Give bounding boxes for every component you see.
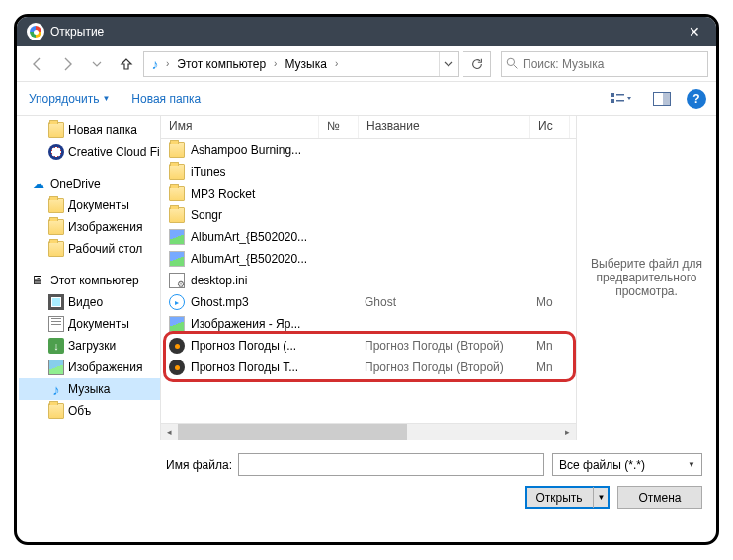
file-row[interactable]: AlbumArt_{B502020... <box>161 248 576 270</box>
tree-item[interactable]: Объ <box>19 400 160 422</box>
file-name: Прогноз Погоды Т... <box>191 360 325 374</box>
title-bar: Открытие ✕ <box>17 17 716 46</box>
help-button[interactable]: ? <box>687 89 706 109</box>
col-name[interactable]: Имя <box>161 116 319 138</box>
tree-item[interactable]: Видео <box>19 291 160 313</box>
tree-item[interactable]: Рабочий стол <box>19 238 160 260</box>
tree-item[interactable]: Изображения <box>19 357 160 378</box>
tree-item[interactable]: Этот компьютер <box>19 270 160 291</box>
vid-icon <box>48 294 64 310</box>
filename-input[interactable] <box>238 453 544 476</box>
refresh-button[interactable] <box>463 51 491 77</box>
music-icon: ♪ <box>146 55 164 73</box>
toolbar: Упорядочить▼ Новая папка ? <box>17 82 716 116</box>
imgf-icon <box>169 316 185 332</box>
file-row[interactable]: Songr <box>161 204 576 226</box>
file-type-filter[interactable]: Все файлы (*.*)▼ <box>552 453 702 476</box>
file-row[interactable]: Ashampoo Burning... <box>161 139 576 161</box>
breadcrumb[interactable]: ♪ › Этот компьютер › Музыка › <box>143 51 459 77</box>
file-name: Ashampoo Burning... <box>191 143 325 157</box>
col-num[interactable]: № <box>319 116 359 138</box>
tree-item[interactable]: Документы <box>19 313 160 335</box>
tree-item-label: Рабочий стол <box>68 242 142 256</box>
col-title[interactable]: Название <box>359 116 530 138</box>
tree-item[interactable]: Creative Cloud Fil <box>19 141 160 163</box>
file-row[interactable]: Изображения - Яр... <box>161 313 576 335</box>
search-box[interactable] <box>501 51 708 77</box>
tree-item[interactable]: Новая папка <box>19 120 160 141</box>
chevron-right-icon[interactable]: › <box>164 58 171 69</box>
folder-tree[interactable]: Новая папкаCreative Cloud FilOneDriveДок… <box>17 116 161 440</box>
breadcrumb-seg-1[interactable]: Музыка <box>279 52 332 76</box>
svg-rect-2 <box>611 99 614 103</box>
view-mode-button[interactable] <box>604 87 637 111</box>
tree-item[interactable]: Изображения <box>19 216 160 238</box>
tree-item-label: Объ <box>68 404 91 418</box>
file-name: Songr <box>191 208 325 222</box>
svg-rect-4 <box>616 100 624 102</box>
new-folder-button[interactable]: Новая папка <box>129 88 203 110</box>
tree-item[interactable]: OneDrive <box>19 173 160 195</box>
chevron-right-icon[interactable]: › <box>333 58 340 69</box>
tree-item-label: Музыка <box>68 382 110 396</box>
file-name: iTunes <box>191 165 325 179</box>
file-row[interactable]: desktop.ini <box>161 270 576 291</box>
fold-icon <box>48 403 64 419</box>
fold-icon <box>169 207 185 223</box>
fold-icon <box>169 164 185 180</box>
tree-item-label: Изображения <box>68 360 142 374</box>
file-title: Ghost <box>365 295 536 309</box>
scroll-right-button[interactable]: ▸ <box>559 424 576 440</box>
breadcrumb-dropdown[interactable] <box>439 52 456 76</box>
file-row[interactable]: Ghost.mp3GhostMo <box>161 291 576 313</box>
column-headers[interactable]: Имя № Название Ис <box>161 116 576 139</box>
search-input[interactable] <box>523 57 703 71</box>
close-button[interactable]: ✕ <box>673 17 716 46</box>
file-name: AlbumArt_{B502020... <box>191 252 325 266</box>
file-name: desktop.ini <box>191 274 325 287</box>
preview-pane-button[interactable] <box>645 87 679 111</box>
cc-icon <box>48 144 64 160</box>
scroll-thumb[interactable] <box>178 424 407 440</box>
h-scrollbar[interactable]: ◂ ▸ <box>161 423 576 440</box>
file-artist: Mo <box>536 295 576 309</box>
recent-dropdown[interactable] <box>84 51 110 77</box>
file-row[interactable]: MP3 Rocket <box>161 183 576 204</box>
col-artist[interactable]: Ис <box>530 116 570 138</box>
fold-icon <box>169 142 185 158</box>
forward-button[interactable] <box>54 51 80 77</box>
file-row[interactable]: Прогноз Погоды (...Прогноз Погоды (Второ… <box>161 335 576 357</box>
fold-icon <box>169 186 185 201</box>
tree-item-label: Изображения <box>68 220 142 234</box>
back-button[interactable] <box>25 51 50 77</box>
organize-menu[interactable]: Упорядочить▼ <box>27 88 112 110</box>
tree-item-label: Creative Cloud Fil <box>68 145 160 159</box>
cancel-button[interactable]: Отмена <box>617 486 702 509</box>
file-name: Изображения - Яр... <box>191 317 325 331</box>
tree-item[interactable]: Загрузки <box>19 335 160 357</box>
new-folder-label: Новая папка <box>131 92 201 106</box>
chevron-down-icon: ▼ <box>102 94 110 103</box>
scroll-left-button[interactable]: ◂ <box>161 424 178 440</box>
chevron-right-icon[interactable]: › <box>272 58 279 69</box>
open-button-label: Открыть <box>526 491 593 505</box>
media-icon <box>169 360 185 375</box>
file-name: AlbumArt_{B502020... <box>191 230 325 244</box>
fold-icon <box>48 198 64 213</box>
tree-item[interactable]: Документы <box>19 195 160 216</box>
cancel-button-label: Отмена <box>618 491 701 505</box>
breadcrumb-seg-0[interactable]: Этот компьютер <box>171 52 272 76</box>
file-row[interactable]: AlbumArt_{B502020... <box>161 226 576 248</box>
file-row[interactable]: iTunes <box>161 161 576 183</box>
file-list[interactable]: Имя № Название Ис Ashampoo Burning...iTu… <box>161 116 576 440</box>
open-button[interactable]: Открыть▼ <box>525 486 610 509</box>
up-button[interactable] <box>114 51 139 77</box>
file-name: Прогноз Погоды (... <box>191 339 325 353</box>
tree-item-label: Новая папка <box>68 123 137 137</box>
open-button-dropdown[interactable]: ▼ <box>593 487 609 508</box>
file-row[interactable]: Прогноз Погоды Т...Прогноз Погоды (Второ… <box>161 357 576 378</box>
dl-icon <box>48 338 64 354</box>
scroll-track[interactable] <box>178 424 559 440</box>
nav-row: ♪ › Этот компьютер › Музыка › <box>17 46 716 82</box>
tree-item[interactable]: Музыка <box>19 378 160 400</box>
